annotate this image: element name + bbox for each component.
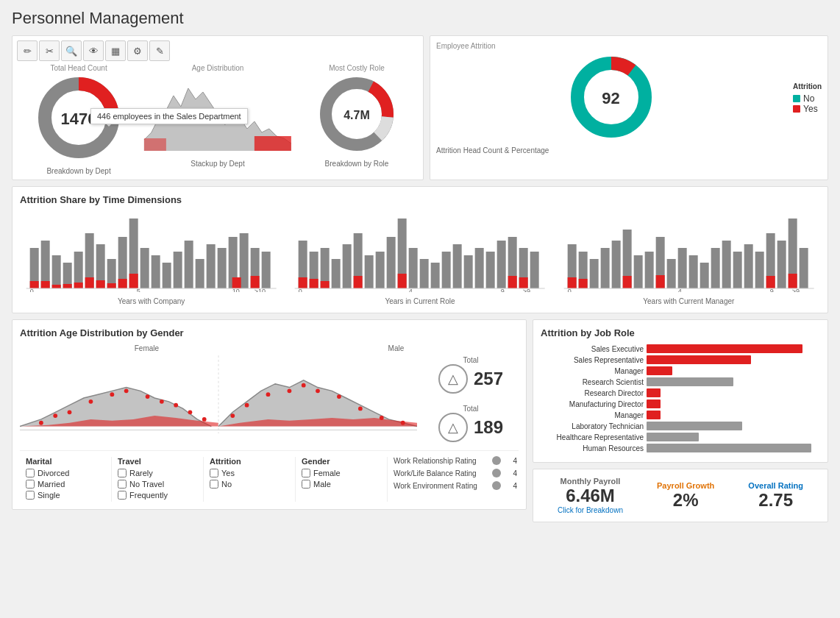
svg-rect-100 <box>722 241 730 288</box>
marital-title: Marital <box>26 457 105 466</box>
svg-rect-74 <box>299 277 307 288</box>
job-bar-sales-executive: Sales Executive <box>541 344 820 353</box>
svg-rect-46 <box>251 276 260 288</box>
job-label-research-scientist: Research Scientist <box>541 378 644 386</box>
male-filter-checkbox[interactable] <box>302 480 310 489</box>
toolbar-edit[interactable]: ✏ <box>17 40 38 61</box>
divorced-item[interactable]: Divorced <box>26 469 105 477</box>
legend-no: No <box>793 93 822 104</box>
married-item[interactable]: Married <box>26 480 105 489</box>
svg-rect-93 <box>644 252 653 288</box>
rarely-item[interactable]: Rarely <box>118 469 197 477</box>
job-fill-2 <box>647 366 672 375</box>
most-costly-role-title: Most Costly Role <box>295 64 419 72</box>
svg-rect-29 <box>207 244 216 288</box>
legend-no-dot <box>793 95 800 102</box>
attrition-yes-checkbox[interactable] <box>210 469 218 477</box>
work-life-thumb[interactable] <box>492 469 501 477</box>
job-fill-5 <box>647 399 661 408</box>
attrition-no-checkbox[interactable] <box>210 480 218 489</box>
male-icon: △ <box>438 364 468 394</box>
work-life-val: 4 <box>505 469 517 477</box>
age-distribution-title: Age Distribution <box>143 64 292 72</box>
frequently-item[interactable]: Frequently <box>118 491 197 500</box>
svg-rect-34 <box>262 252 271 288</box>
svg-rect-107 <box>799 248 808 288</box>
svg-rect-105 <box>777 241 786 288</box>
toolbar-settings[interactable]: ⚙ <box>127 40 148 61</box>
overall-rating-label: Overall Rating <box>748 481 803 490</box>
svg-rect-23 <box>140 248 149 288</box>
work-env-thumb[interactable] <box>492 481 501 490</box>
job-role-bars: Sales Executive Sales Representative Man… <box>541 344 820 452</box>
svg-rect-79 <box>508 276 517 288</box>
monthly-payroll-sub[interactable]: Click for Breakdown <box>558 506 623 514</box>
frequently-checkbox[interactable] <box>118 491 127 500</box>
employee-attrition-value: 92 <box>602 89 619 108</box>
svg-text:9: 9 <box>501 288 505 292</box>
svg-rect-101 <box>733 252 741 288</box>
employee-attrition-title: Employee Attrition <box>436 42 822 50</box>
svg-rect-113 <box>766 276 775 288</box>
monthly-payroll-value: 6.46M <box>558 486 623 506</box>
gender-female-label: Female <box>135 344 159 352</box>
job-label-manager-2: Manager <box>541 411 644 419</box>
legend-yes-dot <box>793 105 800 113</box>
work-relationship-thumb[interactable] <box>492 456 501 465</box>
job-track-6 <box>647 411 820 419</box>
job-label-human-resources: Human Resources <box>541 444 644 452</box>
toolbar-eye[interactable]: 👁 <box>83 40 104 61</box>
payroll-growth-value: 2% <box>657 490 714 511</box>
toolbar-pen[interactable]: ✎ <box>149 40 170 61</box>
female-filter-label: Female <box>313 469 341 477</box>
no-travel-checkbox[interactable] <box>118 480 127 489</box>
job-fill-6 <box>647 411 661 419</box>
svg-rect-40 <box>85 277 94 288</box>
svg-rect-88 <box>589 259 598 288</box>
gender-male-label: Male <box>388 344 405 352</box>
toolbar-cut[interactable]: ✂ <box>39 40 60 61</box>
svg-point-123 <box>89 399 93 404</box>
svg-rect-75 <box>310 279 318 288</box>
job-label-healthcare-rep: Healthcare Representative <box>541 433 644 441</box>
male-total-label: Total <box>463 356 478 364</box>
svg-rect-80 <box>519 277 528 288</box>
married-checkbox[interactable] <box>26 480 35 489</box>
toolbar-grid[interactable]: ▦ <box>105 40 126 61</box>
job-track-7 <box>647 422 820 430</box>
attrition-legend: Attrition No Yes <box>793 82 822 114</box>
no-travel-label: No Travel <box>129 480 164 489</box>
female-total-label: Total <box>463 405 478 413</box>
svg-rect-39 <box>74 283 83 288</box>
female-filter-item[interactable]: Female <box>302 469 381 477</box>
svg-point-137 <box>302 383 306 388</box>
toolbar-zoom[interactable]: 🔍 <box>61 40 82 61</box>
svg-point-125 <box>124 388 129 393</box>
no-travel-item[interactable]: No Travel <box>118 480 197 489</box>
job-fill-7 <box>647 422 742 430</box>
tooltip-bubble: 446 employees in the Sales Department <box>90 108 248 124</box>
job-bar-research-scientist: Research Scientist <box>541 377 820 386</box>
monthly-payroll-item[interactable]: Monthly Payroll 6.46M Click for Breakdow… <box>558 477 623 514</box>
svg-rect-25 <box>163 263 171 288</box>
legend-yes-label: Yes <box>803 104 818 114</box>
attrition-time-title: Attrition Share by Time Dimensions <box>20 194 820 205</box>
svg-point-140 <box>358 407 363 411</box>
overall-rating-value: 2.75 <box>748 490 803 511</box>
most-costly-role-label: Breakdown by Role <box>295 160 419 168</box>
job-bar-manager-2: Manager <box>541 411 820 419</box>
female-filter-checkbox[interactable] <box>302 469 310 477</box>
attrition-yes-item[interactable]: Yes <box>210 469 289 477</box>
years-current-manager-label: Years with Current Manager <box>558 297 820 305</box>
divorced-checkbox[interactable] <box>26 469 35 477</box>
frequently-label: Frequently <box>129 491 168 500</box>
rarely-checkbox[interactable] <box>118 469 127 477</box>
job-track-8 <box>647 433 820 441</box>
age-dist-area-chart <box>20 354 417 444</box>
single-item[interactable]: Single <box>26 491 105 500</box>
attrition-no-item[interactable]: No <box>210 480 289 489</box>
job-label-manufacturing-director: Manufacturing Director <box>541 400 644 408</box>
svg-rect-27 <box>185 241 193 288</box>
single-checkbox[interactable] <box>26 491 35 500</box>
male-filter-item[interactable]: Male <box>302 480 381 489</box>
